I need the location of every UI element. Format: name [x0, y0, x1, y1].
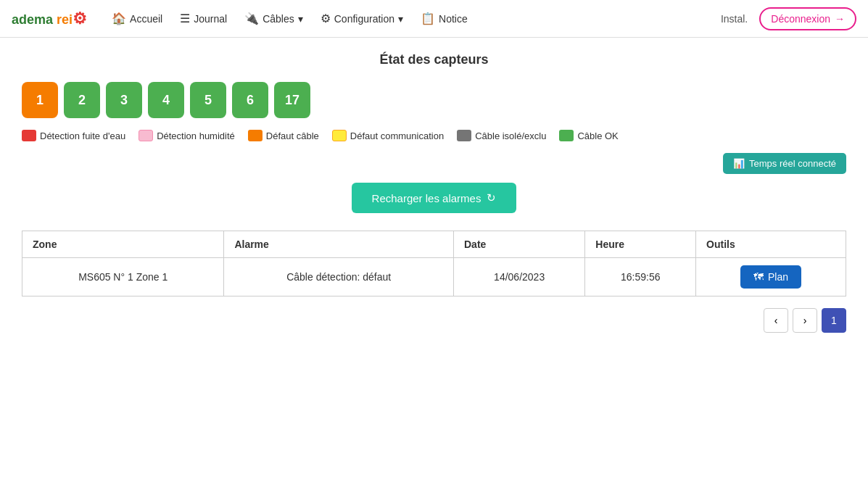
realtime-button[interactable]: 📊 Temps réel connecté [723, 153, 846, 174]
sensor-btn-4[interactable]: 4 [148, 82, 184, 118]
logo-dot: ⚙ [73, 9, 87, 28]
legend: Détection fuite d'eau Détection humidité… [22, 130, 846, 141]
cell-zone: MS605 N° 1 Zone 1 [22, 258, 224, 296]
journal-icon: ☰ [180, 12, 190, 25]
legend-color-green [559, 130, 574, 141]
legend-color-pink [139, 130, 153, 141]
col-date: Date [453, 231, 584, 258]
legend-item-orange: Défaut câble [248, 130, 319, 141]
sensor-btn-6[interactable]: 6 [232, 82, 268, 118]
reload-label: Recharger les alarmes [372, 192, 481, 204]
nav-cables-label: Câbles [263, 13, 294, 25]
legend-item-gray: Câble isolé/exclu [457, 130, 546, 141]
legend-label-orange: Défaut câble [266, 130, 319, 141]
legend-item-red: Détection fuite d'eau [22, 130, 125, 141]
home-icon: 🏠 [112, 12, 126, 25]
col-outils: Outils [696, 231, 846, 258]
logo-adema: adema [12, 12, 53, 27]
pagination-prev[interactable]: ‹ [764, 308, 788, 333]
deconnexion-button[interactable]: Déconnexion → [759, 7, 856, 30]
legend-label-yellow: Défaut communication [350, 130, 444, 141]
nav-configuration[interactable]: ⚙ Configuration ▾ [313, 7, 410, 30]
pagination-next[interactable]: › [793, 308, 817, 333]
nav-accueil[interactable]: 🏠 Accueil [104, 7, 170, 30]
sensor-buttons: 1 2 3 4 5 6 17 [22, 82, 846, 118]
plan-label: Plan [768, 271, 788, 283]
nav-notice-label: Notice [439, 13, 468, 25]
col-zone: Zone [22, 231, 224, 258]
reload-button[interactable]: Recharger les alarmes ↻ [352, 183, 517, 213]
cables-icon: 🔌 [244, 12, 259, 25]
legend-color-yellow [332, 130, 347, 141]
legend-color-red [22, 130, 36, 141]
logo-rei: rei [57, 12, 73, 27]
instal-label: Instal. [721, 13, 748, 25]
realtime-icon: 📊 [733, 158, 745, 169]
nav-accueil-label: Accueil [130, 13, 162, 25]
legend-label-red: Détection fuite d'eau [40, 130, 125, 141]
nav-notice[interactable]: 📋 Notice [413, 7, 475, 30]
realtime-container: 📊 Temps réel connecté [22, 153, 846, 174]
cables-chevron-icon: ▾ [298, 13, 303, 25]
sensor-btn-17[interactable]: 17 [274, 82, 310, 118]
navbar: adema rei⚙ 🏠 Accueil ☰ Journal 🔌 Câbles … [0, 0, 868, 38]
cell-date: 14/06/2023 [453, 258, 584, 296]
legend-color-orange [248, 130, 263, 141]
table-body: MS605 N° 1 Zone 1 Câble détection: défau… [22, 258, 846, 296]
notice-icon: 📋 [421, 12, 435, 25]
legend-item-green: Câble OK [559, 130, 618, 141]
configuration-chevron-icon: ▾ [398, 13, 403, 25]
nav-journal[interactable]: ☰ Journal [173, 7, 234, 30]
plan-button[interactable]: 🗺 Plan [740, 265, 801, 289]
plan-icon: 🗺 [753, 271, 764, 283]
legend-item-pink: Détection humidité [139, 130, 235, 141]
table-row: MS605 N° 1 Zone 1 Câble détection: défau… [22, 258, 846, 296]
nav-right: Instal. Déconnexion → [721, 7, 856, 30]
cell-outils: 🗺 Plan [696, 258, 846, 296]
legend-label-gray: Câble isolé/exclu [475, 130, 546, 141]
legend-label-green: Câble OK [577, 130, 618, 141]
cell-alarme: Câble détection: défaut [224, 258, 454, 296]
sensor-btn-1[interactable]: 1 [22, 82, 58, 118]
table-header: Zone Alarme Date Heure Outils [22, 231, 846, 258]
nav-journal-label: Journal [194, 13, 227, 25]
alarm-table: Zone Alarme Date Heure Outils MS605 N° 1… [22, 231, 846, 296]
col-heure: Heure [585, 231, 696, 258]
pagination: ‹ › 1 [22, 308, 846, 333]
sensor-btn-2[interactable]: 2 [64, 82, 100, 118]
realtime-label: Temps réel connecté [749, 158, 836, 169]
sensor-btn-5[interactable]: 5 [190, 82, 226, 118]
deconnexion-label: Déconnexion [771, 13, 830, 25]
pagination-page-1[interactable]: 1 [822, 308, 846, 333]
reload-container: Recharger les alarmes ↻ [22, 183, 846, 213]
legend-label-pink: Détection humidité [157, 130, 235, 141]
configuration-icon: ⚙ [321, 12, 331, 25]
nav-items: 🏠 Accueil ☰ Journal 🔌 Câbles ▾ ⚙ Configu… [104, 7, 721, 30]
logout-icon: → [835, 13, 845, 25]
reload-icon: ↻ [487, 191, 496, 204]
nav-cables[interactable]: 🔌 Câbles ▾ [237, 7, 310, 30]
legend-color-gray [457, 130, 471, 141]
sensor-btn-3[interactable]: 3 [106, 82, 142, 118]
page-title: État des capteurs [22, 52, 846, 67]
main-content: État des capteurs 1 2 3 4 5 6 17 Détecti… [0, 38, 868, 347]
cell-heure: 16:59:56 [585, 258, 696, 296]
logo: adema rei⚙ [12, 9, 87, 28]
nav-configuration-label: Configuration [334, 13, 394, 25]
legend-item-yellow: Défaut communication [332, 130, 444, 141]
col-alarme: Alarme [224, 231, 454, 258]
